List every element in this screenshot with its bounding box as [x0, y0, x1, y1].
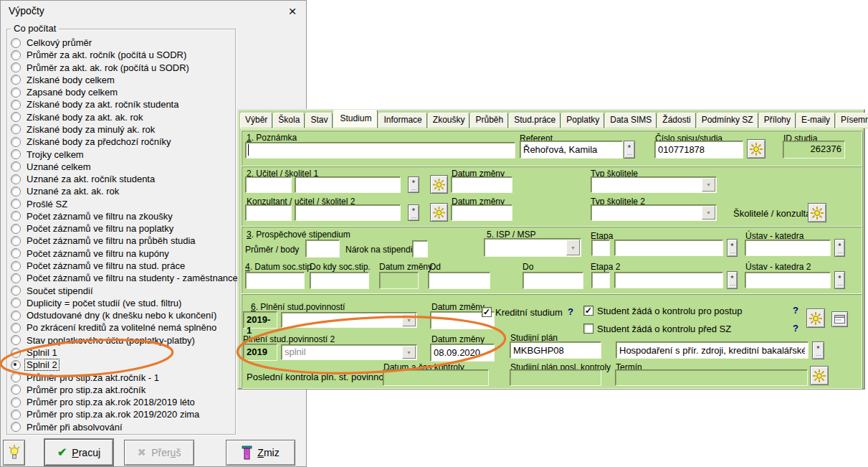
radio-option-28[interactable]: Průměr pro stip.za akt.ročník [11, 384, 147, 396]
radio-option-14[interactable]: Počet záznamů ve filtru na zkoušky [11, 210, 174, 222]
tab-0[interactable]: Výběr [240, 113, 272, 128]
radio-icon[interactable] [11, 137, 21, 147]
cislo-spisu-action-button[interactable] [747, 139, 766, 159]
ustav-katedra-input[interactable] [745, 240, 831, 256]
radio-icon[interactable] [11, 224, 21, 234]
ucitel1-name-input[interactable] [295, 176, 401, 193]
radio-option-26[interactable]: Splnil 2 [11, 359, 59, 371]
radio-option-22[interactable]: Odstudované dny (k dnešku nebo k ukončen… [11, 309, 218, 321]
tab-2[interactable]: Stav [305, 113, 333, 128]
radio-icon[interactable] [11, 261, 21, 271]
radio-icon[interactable] [11, 174, 21, 184]
prumer-body-input[interactable] [305, 240, 340, 258]
radio-option-12[interactable]: Uznané za akt. ak. rok [11, 185, 120, 197]
skolitele-konzultanti-button[interactable] [808, 203, 826, 222]
pracuj-button[interactable]: ✔ Pracuj [44, 439, 113, 466]
radio-option-7[interactable]: Získané body za minulý ak. rok [11, 123, 156, 136]
radio-option-17[interactable]: Počet záznamů ve filtru na kupóny [11, 247, 171, 260]
radio-icon[interactable] [11, 410, 21, 420]
radio-icon[interactable] [11, 112, 21, 122]
etapa-code-input[interactable] [591, 240, 610, 256]
radio-option-9[interactable]: Trojky celkem [11, 148, 85, 161]
radio-icon[interactable] [11, 335, 21, 345]
radio-option-19[interactable]: Počet záznamů ve filtru na studenty - za… [11, 272, 239, 284]
od-input[interactable] [428, 272, 490, 289]
radio-icon[interactable] [11, 397, 21, 407]
narok-stipendium-input[interactable] [412, 240, 428, 258]
radio-option-4[interactable]: Zapsané body celkem [11, 86, 119, 98]
radio-icon[interactable] [11, 211, 21, 221]
datum-zmeny-input-6b[interactable] [430, 344, 495, 362]
radio-icon[interactable] [11, 385, 21, 395]
radio-icon[interactable] [11, 311, 21, 321]
ustav-katedra2-pick-button[interactable]: *… [834, 271, 845, 289]
radio-icon[interactable] [11, 100, 21, 110]
radio-option-23[interactable]: Po zkrácení kreditů za volitelné nemá sp… [11, 321, 218, 334]
kreditni-help-link[interactable]: ? [568, 306, 573, 317]
studijni-plan-input[interactable] [510, 341, 601, 359]
radio-icon[interactable] [11, 161, 21, 171]
radio-option-18[interactable]: Počet záznamů ve filtru na stud. práce [11, 260, 186, 272]
tab-14[interactable]: Písemnosti [836, 113, 868, 128]
termin-action-button[interactable] [810, 366, 829, 385]
radio-icon[interactable] [11, 50, 21, 60]
datum-zmeny-input-2[interactable] [451, 204, 512, 221]
ustav-katedra2-input[interactable] [745, 272, 831, 288]
radio-option-27[interactable]: Průměr pro stip.za akt.ročník - 1 [11, 372, 161, 384]
radio-option-21[interactable]: Duplicity = počet studií (ve stud. filtr… [11, 297, 183, 309]
tab-5[interactable]: Zkoušky [428, 113, 470, 128]
radio-icon[interactable] [11, 124, 21, 134]
poznamka-input[interactable] [245, 142, 515, 159]
tab-10[interactable]: Žádosti [657, 113, 695, 128]
kontrola-pred-sz-checkbox[interactable] [583, 324, 593, 334]
radio-option-2[interactable]: Průměr za akt. ak. rok (počítá u SODR) [11, 62, 191, 74]
tab-8[interactable]: Poplatky [561, 113, 604, 128]
radio-option-15[interactable]: Počet záznamů ve filtru na poplatky [11, 222, 175, 235]
radio-icon[interactable] [11, 62, 21, 72]
radio-icon[interactable] [11, 236, 21, 246]
etapa2-name-input[interactable] [614, 272, 723, 288]
radio-option-10[interactable]: Uznané celkem [11, 161, 92, 173]
tab-7[interactable]: Stud.práce [509, 113, 561, 128]
hint-bulb-button[interactable] [3, 440, 25, 466]
radio-icon[interactable] [11, 372, 21, 382]
radio-icon[interactable] [11, 149, 21, 159]
pred-sz-help-link[interactable]: ? [793, 323, 798, 334]
radio-option-31[interactable]: Průměr při absolvování [11, 421, 124, 433]
close-icon[interactable]: × [283, 3, 302, 20]
datum-zmeny-input-1[interactable] [451, 176, 512, 193]
konzultant-name-input[interactable] [295, 204, 401, 221]
radio-icon[interactable] [11, 88, 21, 98]
radio-icon[interactable] [11, 248, 21, 258]
radio-option-13[interactable]: Prošlé SZ [11, 198, 69, 210]
etapa2-pick-button[interactable]: *… [727, 271, 738, 289]
radio-option-5[interactable]: Získané body za akt. ročník studenta [11, 98, 180, 110]
radio-icon[interactable] [11, 286, 21, 296]
radio-icon[interactable] [11, 298, 21, 308]
etapa-pick-button[interactable]: *… [727, 239, 738, 257]
radio-option-6[interactable]: Získané body za akt. ak. rok [11, 111, 145, 123]
etapa-name-input[interactable] [614, 240, 723, 256]
ucitel1-action-button[interactable] [430, 175, 448, 194]
ustav-katedra-pick-button[interactable]: *… [834, 239, 845, 257]
etapa2-code-input[interactable] [591, 272, 610, 288]
kontrola-action-button[interactable] [806, 308, 825, 328]
radio-option-3[interactable]: Získané body celkem [11, 74, 116, 86]
radio-icon[interactable] [11, 75, 21, 85]
radio-icon[interactable] [11, 323, 21, 333]
radio-icon[interactable] [11, 199, 21, 209]
radio-icon[interactable] [11, 348, 21, 358]
radio-option-30[interactable]: Průměr pro stip.za ak.rok 2019/2020 zima [11, 408, 201, 420]
radio-option-11[interactable]: Uznané za akt. ročník studenta [11, 173, 156, 185]
tab-9[interactable]: Data SIMS [605, 113, 657, 128]
plan-name-input[interactable] [616, 341, 809, 359]
tab-3[interactable]: Studium [333, 110, 378, 128]
postup-help-link[interactable]: ? [793, 305, 798, 316]
radio-icon[interactable] [11, 273, 21, 283]
radio-option-25[interactable]: Splnil 1 [11, 346, 59, 359]
radio-icon[interactable] [11, 360, 21, 370]
kontrola-pro-postup-checkbox[interactable]: ✓ [583, 306, 593, 316]
dokdy-soc-stip-input[interactable] [310, 272, 369, 289]
plan-pick-button[interactable]: *… [812, 341, 824, 359]
datum-soc-stip-input[interactable] [245, 272, 305, 289]
